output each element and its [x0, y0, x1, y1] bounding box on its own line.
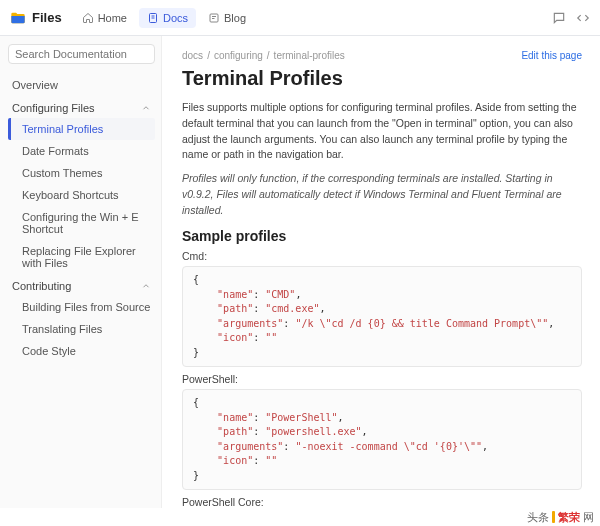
nav-home[interactable]: Home [74, 8, 135, 28]
search-box[interactable] [8, 44, 155, 64]
sidebar-heading-contributing[interactable]: Contributing [8, 274, 155, 296]
topnav: Home Docs Blog [74, 8, 254, 28]
blog-icon [208, 12, 220, 24]
sidebar-item-code-style[interactable]: Code Style [8, 340, 155, 362]
snippet-label: PowerShell Core: [182, 496, 582, 508]
crumbs-row: docs/configuring/terminal-profiles Edit … [182, 50, 582, 61]
wm-b: 繁荣 [558, 510, 580, 525]
home-icon [82, 12, 94, 24]
sidebar-item-translating[interactable]: Translating Files [8, 318, 155, 340]
crumb-3[interactable]: terminal-profiles [274, 50, 345, 61]
sidebar: Overview Configuring Files Terminal Prof… [0, 36, 162, 508]
code-block: { "name": "PowerShell", "path": "powersh… [182, 389, 582, 490]
nav-blog-label: Blog [224, 12, 246, 24]
snippet-label: PowerShell: [182, 373, 582, 385]
code-block: { "name": "CMD", "path": "cmd.exe", "arg… [182, 266, 582, 367]
main: docs/configuring/terminal-profiles Edit … [162, 36, 600, 508]
sidebar-item-date-formats[interactable]: Date Formats [8, 140, 155, 162]
snippets-container: Cmd:{ "name": "CMD", "path": "cmd.exe", … [182, 250, 582, 508]
sidebar-heading-configuring-label: Configuring Files [12, 102, 95, 114]
crumb-1[interactable]: docs [182, 50, 203, 61]
page-title: Terminal Profiles [182, 67, 582, 90]
snippet-label: Cmd: [182, 250, 582, 262]
docs-icon [147, 12, 159, 24]
sidebar-item-keyboard-shortcuts[interactable]: Keyboard Shortcuts [8, 184, 155, 206]
sidebar-item-build-source[interactable]: Building Files from Source [8, 296, 155, 318]
wm-c: 网 [583, 510, 594, 525]
sidebar-item-terminal-profiles[interactable]: Terminal Profiles [8, 118, 155, 140]
nav-docs[interactable]: Docs [139, 8, 196, 28]
intro-paragraph: Files supports multiple options for conf… [182, 100, 582, 163]
sidebar-item-win-e[interactable]: Configuring the Win + E Shortcut [8, 206, 155, 240]
nav-docs-label: Docs [163, 12, 188, 24]
code-icon[interactable] [576, 11, 590, 25]
watermark: 头条 繁荣 网 [521, 508, 600, 526]
sidebar-heading-contributing-label: Contributing [12, 280, 71, 292]
nav-home-label: Home [98, 12, 127, 24]
layout: Overview Configuring Files Terminal Prof… [0, 36, 600, 508]
sidebar-overview[interactable]: Overview [8, 74, 155, 96]
sidebar-heading-configuring[interactable]: Configuring Files [8, 96, 155, 118]
note-paragraph: Profiles will only function, if the corr… [182, 171, 582, 218]
search-input[interactable] [15, 48, 153, 60]
chevron-up-icon [141, 103, 151, 113]
topbar: Files Home Docs Blog [0, 0, 600, 36]
wm-a: 头条 [527, 510, 549, 525]
sidebar-item-custom-themes[interactable]: Custom Themes [8, 162, 155, 184]
nav-blog[interactable]: Blog [200, 8, 254, 28]
topbar-actions [552, 11, 590, 25]
wm-bar-icon [552, 511, 555, 523]
feedback-icon[interactable] [552, 11, 566, 25]
brand[interactable]: Files [10, 10, 62, 26]
sidebar-item-replace-explorer[interactable]: Replacing File Explorer with Files [8, 240, 155, 274]
edit-page-link[interactable]: Edit this page [521, 50, 582, 61]
section-sample-profiles: Sample profiles [182, 228, 582, 244]
crumb-2[interactable]: configuring [214, 50, 263, 61]
breadcrumb: docs/configuring/terminal-profiles [182, 50, 345, 61]
files-logo-icon [10, 10, 26, 26]
chevron-up-icon [141, 281, 151, 291]
brand-label: Files [32, 10, 62, 25]
